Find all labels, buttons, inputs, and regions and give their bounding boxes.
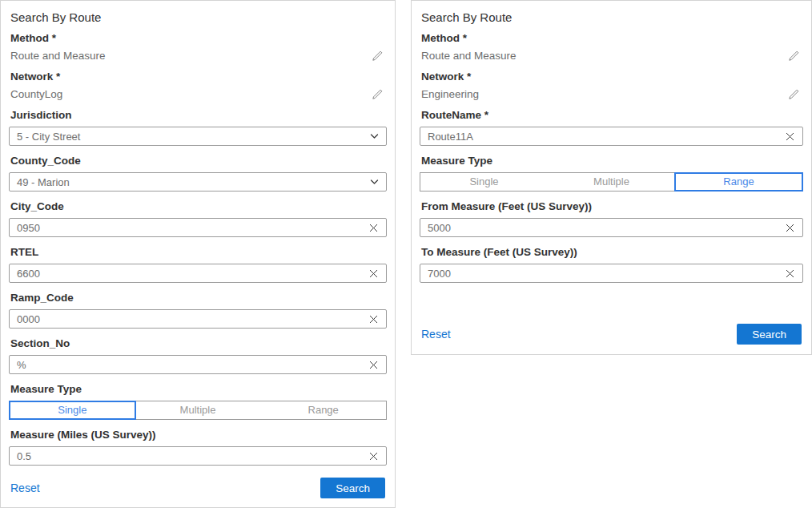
method-label: Method * bbox=[10, 33, 385, 44]
section-no-input-box bbox=[9, 355, 387, 374]
measure-type-option-multiple[interactable]: Multiple bbox=[135, 401, 261, 419]
to-measure-field: To Measure (Feet (US Survey)) bbox=[420, 247, 803, 283]
city-code-input-box bbox=[9, 218, 387, 237]
pencil-icon bbox=[372, 50, 384, 62]
reset-link[interactable]: Reset bbox=[421, 328, 451, 341]
chevron-down-icon bbox=[370, 178, 379, 186]
jurisdiction-select[interactable]: 5 - City Street bbox=[9, 127, 387, 146]
measure-input[interactable] bbox=[17, 450, 364, 462]
ramp-code-clear-button[interactable] bbox=[368, 314, 379, 325]
measure-type-option-range[interactable]: Range bbox=[675, 173, 802, 191]
county-code-label: County_Code bbox=[10, 155, 385, 167]
panel-footer: Reset Search bbox=[10, 478, 385, 498]
method-value: Route and Measure bbox=[10, 50, 106, 62]
pencil-icon bbox=[372, 88, 384, 100]
measure-type-segmented: Single Multiple Range bbox=[9, 401, 387, 420]
network-label: Network * bbox=[421, 71, 802, 83]
rtel-field: RTEL bbox=[9, 247, 387, 283]
search-panel-engineering: Search By Route Method * Route and Measu… bbox=[411, 0, 812, 355]
route-name-field: RouteName * bbox=[420, 110, 803, 146]
rtel-clear-button[interactable] bbox=[368, 268, 379, 279]
from-measure-field: From Measure (Feet (US Survey)) bbox=[420, 201, 803, 237]
measure-type-field: Measure Type Single Multiple Range bbox=[9, 384, 387, 420]
method-value: Route and Measure bbox=[421, 50, 517, 62]
method-field: Method * Route and Measure bbox=[9, 33, 387, 62]
section-no-input[interactable] bbox=[17, 359, 364, 371]
method-edit-button[interactable] bbox=[372, 50, 384, 62]
pencil-icon bbox=[788, 50, 800, 62]
method-edit-button[interactable] bbox=[788, 50, 800, 62]
pencil-icon bbox=[788, 88, 800, 100]
to-measure-clear-button[interactable] bbox=[785, 268, 795, 279]
x-icon bbox=[368, 223, 379, 233]
county-code-select[interactable]: 49 - Marion bbox=[9, 172, 387, 192]
jurisdiction-field: Jurisdiction 5 - City Street bbox=[9, 110, 387, 146]
panel-title: Search By Route bbox=[421, 11, 802, 23]
city-code-label: City_Code bbox=[10, 201, 385, 212]
x-icon bbox=[785, 223, 795, 233]
panel-title: Search By Route bbox=[10, 11, 385, 23]
search-button[interactable]: Search bbox=[320, 478, 385, 498]
city-code-field: City_Code bbox=[9, 201, 387, 237]
route-name-clear-button[interactable] bbox=[785, 131, 795, 142]
to-measure-label: To Measure (Feet (US Survey)) bbox=[421, 247, 802, 258]
from-measure-input-box bbox=[420, 218, 803, 237]
section-no-clear-button[interactable] bbox=[368, 360, 379, 370]
x-icon bbox=[368, 314, 379, 325]
reset-link[interactable]: Reset bbox=[10, 482, 40, 494]
ramp-code-input-box bbox=[9, 309, 387, 329]
jurisdiction-selected-value: 5 - City Street bbox=[17, 131, 80, 143]
route-name-label: RouteName * bbox=[421, 110, 802, 121]
route-name-input[interactable] bbox=[428, 131, 780, 143]
network-field: Network * CountyLog bbox=[9, 71, 387, 100]
city-code-input[interactable] bbox=[17, 222, 364, 234]
network-field: Network * Engineering bbox=[420, 71, 803, 100]
measure-field: Measure (Miles (US Survey)) bbox=[9, 429, 387, 466]
x-icon bbox=[785, 268, 795, 279]
ramp-code-field: Ramp_Code bbox=[9, 292, 387, 329]
network-edit-button[interactable] bbox=[788, 88, 800, 100]
measure-type-label: Measure Type bbox=[10, 384, 385, 395]
section-no-label: Section_No bbox=[10, 338, 385, 349]
network-value-row: Engineering bbox=[421, 88, 802, 100]
measure-type-segmented: Single Multiple Range bbox=[420, 172, 803, 192]
x-icon bbox=[368, 451, 379, 462]
measure-type-option-single[interactable]: Single bbox=[10, 401, 135, 419]
measure-input-box bbox=[9, 446, 387, 466]
search-by-route-workspace: Search By Route Method * Route and Measu… bbox=[0, 0, 812, 508]
from-measure-clear-button[interactable] bbox=[785, 223, 795, 233]
measure-type-option-single[interactable]: Single bbox=[420, 173, 548, 191]
measure-type-label: Measure Type bbox=[421, 155, 802, 167]
ramp-code-input[interactable] bbox=[17, 313, 364, 325]
measure-type-option-range[interactable]: Range bbox=[260, 401, 386, 419]
method-value-row: Route and Measure bbox=[421, 50, 802, 62]
chevron-down-icon bbox=[370, 132, 379, 140]
network-value: CountyLog bbox=[10, 88, 62, 100]
measure-label: Measure (Miles (US Survey)) bbox=[10, 429, 385, 441]
ramp-code-label: Ramp_Code bbox=[10, 292, 385, 304]
method-value-row: Route and Measure bbox=[10, 50, 385, 62]
method-field: Method * Route and Measure bbox=[420, 33, 803, 62]
measure-clear-button[interactable] bbox=[368, 451, 379, 462]
rtel-input[interactable] bbox=[17, 268, 364, 280]
network-value-row: CountyLog bbox=[10, 88, 385, 100]
measure-type-option-multiple[interactable]: Multiple bbox=[548, 173, 675, 191]
city-code-clear-button[interactable] bbox=[368, 223, 379, 233]
x-icon bbox=[785, 131, 795, 142]
rtel-input-box bbox=[9, 264, 387, 283]
x-icon bbox=[368, 268, 379, 279]
measure-type-field: Measure Type Single Multiple Range bbox=[420, 155, 803, 192]
search-panel-countylog: Search By Route Method * Route and Measu… bbox=[0, 0, 396, 508]
route-name-input-box bbox=[420, 127, 803, 146]
network-value: Engineering bbox=[421, 88, 479, 100]
search-button[interactable]: Search bbox=[737, 324, 802, 345]
section-no-field: Section_No bbox=[9, 338, 387, 374]
from-measure-input[interactable] bbox=[428, 222, 780, 234]
county-code-field: County_Code 49 - Marion bbox=[9, 155, 387, 192]
method-label: Method * bbox=[421, 33, 802, 44]
network-label: Network * bbox=[10, 71, 385, 83]
to-measure-input[interactable] bbox=[428, 268, 780, 280]
to-measure-input-box bbox=[420, 264, 803, 283]
network-edit-button[interactable] bbox=[372, 88, 384, 100]
county-code-selected-value: 49 - Marion bbox=[17, 176, 70, 188]
